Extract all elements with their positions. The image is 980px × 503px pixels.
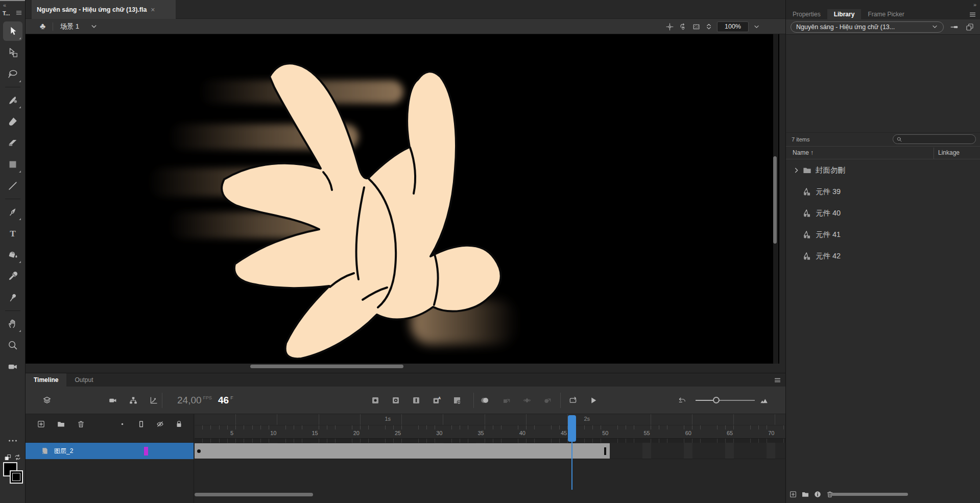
rotate-view-icon[interactable] — [679, 22, 687, 31]
swap-arrow-icon[interactable] — [14, 453, 21, 461]
fill-color-swatch[interactable] — [10, 470, 23, 484]
tools-panel-tab[interactable]: T... — [3, 10, 10, 16]
close-document-icon[interactable]: × — [151, 6, 155, 14]
clip-content-icon[interactable] — [692, 22, 701, 31]
frame-span[interactable] — [195, 443, 610, 459]
tools-panel-menu-icon[interactable] — [15, 9, 22, 16]
loop-button[interactable] — [568, 396, 578, 405]
remove-frame-button[interactable] — [452, 396, 462, 405]
asset-warp-tool[interactable] — [3, 288, 22, 307]
fps-display[interactable]: 24,00 FPS — [177, 395, 212, 406]
graph-editor-button[interactable] — [149, 396, 158, 405]
vertical-scrollbar-thumb[interactable] — [773, 156, 777, 244]
library-item-folder[interactable]: 封面勿刪 — [786, 159, 980, 181]
add-folder-button[interactable] — [57, 420, 65, 428]
library-search-input[interactable] — [893, 134, 976, 144]
selection-tool[interactable] — [3, 21, 22, 41]
linkage-column-header[interactable]: Linkage — [938, 149, 960, 156]
timeline-tab-output[interactable]: Output — [66, 373, 101, 387]
plus-box-button[interactable] — [789, 490, 797, 498]
play-button[interactable] — [589, 396, 598, 405]
stage-vertical-scrollbar[interactable] — [773, 34, 778, 364]
timeline-panel-menu-icon[interactable] — [774, 376, 781, 384]
stage-horizontal-scrollbar[interactable] — [26, 364, 785, 370]
center-stage-icon[interactable] — [665, 22, 674, 31]
shape-tween-button[interactable] — [543, 396, 552, 405]
zoom-level-input[interactable]: 100% — [717, 21, 749, 32]
add-folder-button[interactable] — [801, 490, 809, 498]
panel-tab-frame-picker[interactable]: Frame Picker — [861, 9, 911, 19]
zoom-tool[interactable] — [3, 336, 22, 355]
new-library-panel-icon[interactable] — [965, 22, 974, 32]
lock-button[interactable] — [175, 420, 183, 428]
layer-frames-row[interactable] — [195, 443, 785, 459]
name-column-header[interactable]: Name — [793, 149, 809, 156]
subselection-tool[interactable] — [3, 43, 22, 62]
layers-button[interactable] — [42, 396, 52, 405]
timeline-zoom-slider[interactable] — [696, 400, 755, 401]
scene-chevron-down-icon[interactable] — [90, 23, 98, 30]
slider-track[interactable] — [696, 400, 755, 401]
fluid-brush-tool[interactable] — [3, 90, 22, 110]
highlight-dot-button[interactable] — [118, 420, 127, 428]
scene-symbol-icon[interactable]: ♣ — [40, 21, 45, 32]
keyframe-button[interactable] — [371, 396, 380, 405]
horizontal-scrollbar-thumb[interactable] — [250, 365, 403, 368]
stage-canvas[interactable] — [26, 34, 779, 364]
parenting-button[interactable] — [129, 396, 138, 405]
panel-tab-library[interactable]: Library — [827, 9, 862, 19]
onion-skin-button[interactable] — [480, 396, 489, 405]
library-item-symbol[interactable]: 元件 41 — [786, 224, 980, 245]
slider-knob[interactable] — [713, 397, 720, 403]
insert-frame-button[interactable] — [412, 396, 421, 405]
rectangle-tool[interactable] — [3, 155, 22, 174]
blank-keyframe-button[interactable] — [391, 396, 400, 405]
eyedropper-tool[interactable] — [3, 267, 22, 286]
collapse-tools-button[interactable]: « — [3, 2, 6, 8]
pen-tool[interactable] — [3, 202, 22, 222]
camera-tool[interactable] — [3, 357, 22, 376]
zoom-stepper[interactable] — [705, 22, 712, 31]
library-list-header[interactable]: Name ↑ Linkage — [786, 146, 980, 159]
playhead[interactable] — [568, 415, 576, 442]
eraser-tool[interactable] — [3, 133, 22, 153]
line-tool[interactable] — [3, 176, 22, 196]
info-circle-button[interactable] — [814, 490, 822, 498]
classic-tween-button[interactable] — [522, 396, 532, 405]
library-item-symbol[interactable]: 元件 40 — [786, 202, 980, 224]
layer-name[interactable]: 图层_2 — [54, 447, 73, 456]
column-divider[interactable] — [934, 148, 934, 159]
lasso-tool[interactable] — [3, 64, 22, 84]
hand-tool[interactable] — [3, 314, 22, 333]
add-layer-button[interactable] — [37, 420, 45, 428]
library-document-select[interactable]: Nguyên sáng - Hiệu ứng chữ (13... — [791, 21, 944, 33]
library-panel-menu-icon[interactable] — [969, 11, 976, 18]
outline-box-button[interactable] — [137, 420, 146, 428]
fit-to-window-button[interactable] — [759, 396, 769, 405]
paint-bucket-tool[interactable] — [3, 245, 22, 265]
motion-tween-button[interactable] — [502, 396, 511, 405]
panel-tab-properties[interactable]: Properties — [786, 9, 827, 19]
stage-area[interactable] — [26, 34, 785, 373]
timeline-scrollbar-thumb[interactable] — [195, 493, 313, 496]
document-tab[interactable]: Nguyên sáng - Hiệu ứng chữ (13).fla × — [32, 0, 176, 19]
pin-library-icon[interactable] — [950, 22, 959, 32]
reset-timeline-zoom-button[interactable] — [678, 396, 687, 405]
zoom-chevron-down-icon[interactable] — [753, 23, 760, 30]
library-item-symbol[interactable]: 元件 42 — [786, 245, 980, 267]
classic-brush-tool[interactable] — [3, 112, 22, 131]
collapse-panels-button[interactable]: » — [973, 2, 976, 8]
expand-chevron-icon[interactable] — [793, 167, 800, 174]
timeline-tab-timeline[interactable]: Timeline — [26, 373, 66, 387]
swap-squares-icon[interactable] — [4, 453, 12, 461]
auto-keyframe-button[interactable]: A — [432, 396, 441, 405]
layer-outline-color-chip[interactable] — [144, 447, 148, 456]
camera-button[interactable] — [108, 396, 117, 405]
text-tool[interactable]: T — [3, 224, 22, 243]
library-item-symbol[interactable]: 元件 39 — [786, 181, 980, 202]
library-scrollbar-thumb[interactable] — [831, 493, 908, 496]
frame-ruler[interactable]: 1s2s 510152025303540455055606570 — [195, 414, 785, 439]
hide-eye-button[interactable] — [156, 420, 164, 428]
more-tools-button[interactable] — [3, 431, 22, 450]
delete-layer-button[interactable] — [77, 420, 85, 428]
